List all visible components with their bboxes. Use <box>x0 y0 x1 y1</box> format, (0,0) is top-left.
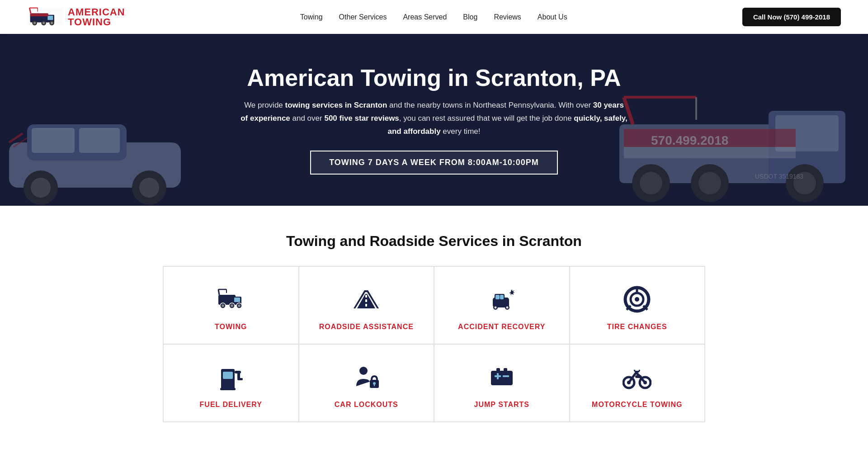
accident-icon <box>486 283 518 316</box>
tow-truck-icon <box>215 283 247 316</box>
nav-blog[interactable]: Blog <box>463 13 477 21</box>
svg-rect-57 <box>495 295 500 299</box>
logo-towing: TOWING <box>68 17 125 27</box>
svg-point-19 <box>31 178 51 198</box>
service-label-roadside: ROADSIDE ASSISTANCE <box>319 323 414 331</box>
service-card-tire[interactable]: TIRE CHANGES <box>570 266 705 344</box>
service-label-jumpstart: JUMP STARTS <box>474 401 529 409</box>
service-label-motorcycle: MOTORCYCLE TOWING <box>592 401 682 409</box>
svg-point-68 <box>635 297 639 302</box>
nav-towing[interactable]: Towing <box>300 13 323 21</box>
svg-rect-72 <box>237 371 240 379</box>
svg-point-32 <box>698 172 721 194</box>
hero-title: American Towing in Scranton, PA <box>240 65 628 91</box>
nav-areas-served[interactable]: Areas Served <box>403 13 447 21</box>
nav-reviews[interactable]: Reviews <box>494 13 521 21</box>
svg-rect-80 <box>496 368 500 372</box>
svg-line-93 <box>634 370 635 372</box>
svg-rect-13 <box>30 14 48 17</box>
hero-content: American Towing in Scranton, PA We provi… <box>231 65 637 175</box>
service-label-fuel: FUEL DELIVERY <box>200 401 262 409</box>
svg-line-22 <box>9 133 23 142</box>
hero-car-left-icon <box>0 88 217 206</box>
service-card-lockout[interactable]: CAR LOCKOUTS <box>299 344 434 422</box>
svg-rect-28 <box>624 147 796 158</box>
fuel-icon <box>215 361 247 393</box>
service-card-jumpstart[interactable]: JUMP STARTS <box>434 344 570 422</box>
services-section: Towing and Roadside Services in Scranton <box>0 206 868 440</box>
svg-text:570.499.2018: 570.499.2018 <box>651 133 728 147</box>
service-card-motorcycle[interactable]: MOTORCYCLE TOWING <box>570 344 705 422</box>
svg-text:USDOT 3519183: USDOT 3519183 <box>755 173 803 180</box>
service-card-fuel[interactable]: FUEL DELIVERY <box>163 344 299 422</box>
svg-rect-74 <box>220 388 236 390</box>
svg-point-62 <box>506 307 508 309</box>
svg-rect-84 <box>503 375 509 377</box>
svg-line-94 <box>639 370 640 372</box>
svg-rect-42 <box>234 298 240 302</box>
service-card-accident[interactable]: ACCIDENT RECOVERY <box>434 266 570 344</box>
motorcycle-icon <box>621 361 653 393</box>
service-label-tire: TIRE CHANGES <box>607 323 667 331</box>
service-card-roadside[interactable]: ROADSIDE ASSISTANCE <box>299 266 434 344</box>
hero-hours-badge: TOWING 7 DAYS A WEEK FROM 8:00AM-10:00PM <box>310 151 558 175</box>
svg-rect-81 <box>504 368 507 372</box>
header: AMERICAN TOWING Towing Other Services Ar… <box>0 0 868 34</box>
service-card-towing[interactable]: TOWING <box>163 266 299 344</box>
logo[interactable]: AMERICAN TOWING <box>27 5 125 29</box>
svg-point-30 <box>640 172 662 194</box>
svg-rect-95 <box>635 375 642 378</box>
service-label-towing: TOWING <box>215 323 247 331</box>
services-title: Towing and Roadside Services in Scranton <box>18 233 850 250</box>
svg-line-49 <box>218 289 219 295</box>
svg-rect-52 <box>365 295 367 298</box>
svg-rect-3 <box>47 16 53 20</box>
roadside-icon <box>350 283 382 316</box>
main-nav: Towing Other Services Areas Served Blog … <box>300 13 567 21</box>
nav-other-services[interactable]: Other Services <box>339 13 387 21</box>
lockout-icon <box>350 361 382 393</box>
svg-point-7 <box>42 22 45 24</box>
logo-truck-icon <box>27 5 63 29</box>
svg-rect-16 <box>32 128 75 153</box>
jumpstart-icon <box>486 361 518 393</box>
hero-truck-right-icon: 570.499.2018 USDOT 3519183 <box>597 79 868 206</box>
service-label-lockout: CAR LOCKOUTS <box>335 401 398 409</box>
svg-point-75 <box>359 367 368 375</box>
hero-description: We provide towing services in Scranton a… <box>240 99 628 138</box>
tire-icon <box>621 283 653 316</box>
logo-text: AMERICAN TOWING <box>68 7 125 27</box>
services-grid: TOWING ROADSIDE ASSISTANCE <box>163 266 705 422</box>
svg-rect-17 <box>79 128 120 153</box>
svg-rect-83 <box>497 373 499 379</box>
svg-rect-70 <box>223 372 233 379</box>
svg-point-48 <box>238 304 241 307</box>
svg-rect-78 <box>374 383 375 386</box>
svg-rect-54 <box>365 304 367 307</box>
svg-point-9 <box>51 22 53 24</box>
svg-point-5 <box>33 22 36 24</box>
svg-point-21 <box>139 178 159 198</box>
svg-rect-53 <box>365 299 367 302</box>
svg-rect-58 <box>500 295 504 299</box>
svg-rect-73 <box>237 378 243 380</box>
service-label-accident: ACCIDENT RECOVERY <box>458 323 545 331</box>
svg-point-46 <box>231 304 233 307</box>
svg-point-60 <box>494 307 496 309</box>
svg-point-44 <box>222 304 224 307</box>
hero-section: 570.499.2018 USDOT 3519183 American Towi… <box>0 34 868 206</box>
nav-about-us[interactable]: About Us <box>538 13 567 21</box>
call-now-button[interactable]: Call Now (570) 499-2018 <box>742 8 841 26</box>
logo-american: AMERICAN <box>68 7 125 17</box>
svg-rect-79 <box>491 371 513 385</box>
